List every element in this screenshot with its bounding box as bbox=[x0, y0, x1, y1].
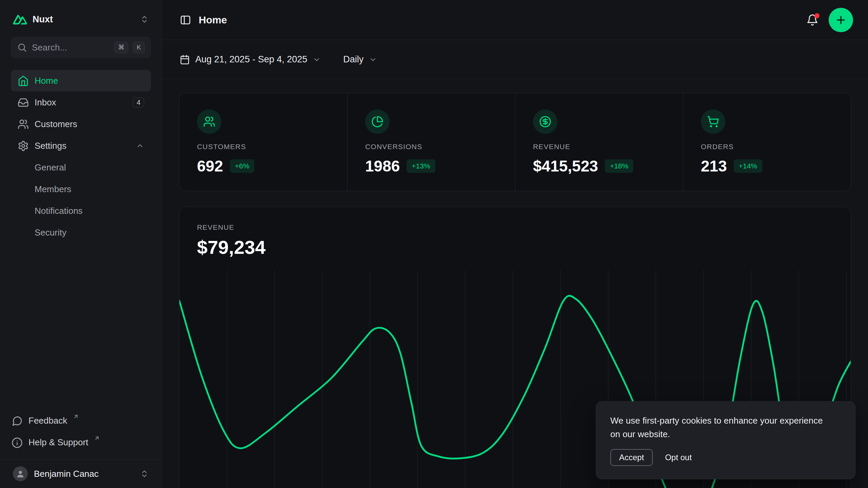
sidebar-item-label: General bbox=[35, 162, 66, 173]
sidebar-item-notifications[interactable]: Notifications bbox=[11, 200, 151, 222]
stat-delta-badge: +13% bbox=[407, 159, 435, 173]
external-link-icon bbox=[94, 435, 100, 441]
inbox-count-badge: 4 bbox=[133, 98, 144, 107]
user-menu[interactable]: Benjamin Canac bbox=[0, 459, 162, 488]
granularity-label: Daily bbox=[343, 54, 363, 65]
sidebar-item-members[interactable]: Members bbox=[11, 178, 151, 200]
sidebar-item-label: Settings bbox=[35, 141, 66, 151]
top-header: Home bbox=[162, 0, 868, 40]
workspace-switcher[interactable]: Nuxt bbox=[11, 9, 151, 29]
gear-icon bbox=[18, 140, 29, 151]
stat-orders: ORDERS 213 +14% bbox=[683, 93, 851, 191]
page-title: Home bbox=[199, 14, 227, 26]
workspace-name: Nuxt bbox=[33, 14, 53, 25]
sidebar-item-home[interactable]: Home bbox=[11, 70, 151, 92]
chevron-up-icon bbox=[136, 142, 144, 150]
plus-icon bbox=[835, 14, 847, 26]
revenue-value: $79,234 bbox=[197, 236, 833, 258]
notifications-button[interactable] bbox=[806, 14, 818, 26]
pie-chart-icon bbox=[365, 109, 390, 134]
stat-label: ORDERS bbox=[701, 143, 833, 151]
footer-link-label: Feedback bbox=[28, 415, 67, 426]
stat-label: REVENUE bbox=[533, 143, 665, 151]
stat-label: CONVERSIONS bbox=[365, 143, 497, 151]
granularity-select[interactable]: Daily bbox=[343, 54, 377, 65]
sidebar-nav: Home Inbox 4 Customers Settings bbox=[11, 70, 151, 410]
search-input[interactable] bbox=[32, 42, 110, 53]
date-range-picker[interactable]: Aug 21, 2025 - Sep 4, 2025 bbox=[180, 54, 321, 65]
feedback-link[interactable]: Feedback bbox=[11, 410, 151, 432]
sidebar-item-settings[interactable]: Settings bbox=[11, 135, 151, 157]
chevron-down-icon bbox=[313, 56, 321, 64]
panel-left-icon bbox=[180, 14, 191, 26]
user-name: Benjamin Canac bbox=[34, 469, 99, 479]
stat-delta-badge: +14% bbox=[734, 159, 762, 173]
sidebar-item-label: Customers bbox=[35, 119, 77, 129]
stat-conversions: CONVERSIONS 1986 +13% bbox=[347, 93, 515, 191]
sidebar-item-label: Notifications bbox=[35, 206, 83, 216]
message-bubble-icon bbox=[12, 415, 23, 427]
opt-out-button[interactable]: Opt out bbox=[657, 450, 699, 465]
kbd-cmd: ⌘ bbox=[114, 42, 128, 53]
calendar-icon bbox=[180, 55, 190, 65]
help-support-link[interactable]: Help & Support bbox=[11, 432, 151, 454]
search-bar[interactable]: ⌘ K bbox=[11, 37, 151, 58]
inbox-icon bbox=[18, 97, 29, 108]
users-icon bbox=[18, 119, 29, 130]
cookie-banner: We use first-party cookies to enhance yo… bbox=[596, 401, 855, 479]
cookie-message: We use first-party cookies to enhance yo… bbox=[610, 414, 834, 441]
stat-value: 692 bbox=[197, 157, 223, 175]
chevrons-up-down-icon bbox=[140, 469, 149, 478]
stat-label: CUSTOMERS bbox=[197, 143, 330, 151]
stat-value: $415,523 bbox=[533, 157, 598, 175]
revenue-label: REVENUE bbox=[197, 223, 833, 231]
sidebar-footer: Feedback Help & Support bbox=[11, 410, 151, 454]
stats-card: CUSTOMERS 692 +6% CONVERSIONS 1986 +13% bbox=[179, 93, 851, 191]
dollar-circle-icon bbox=[533, 109, 557, 134]
notification-dot bbox=[814, 13, 820, 18]
chevrons-up-down-icon bbox=[140, 15, 149, 24]
sidebar-item-security[interactable]: Security bbox=[11, 222, 151, 243]
stat-value: 213 bbox=[701, 157, 727, 175]
search-icon bbox=[17, 42, 27, 53]
kbd-k: K bbox=[133, 42, 145, 53]
sidebar-item-label: Inbox bbox=[35, 97, 56, 108]
stat-customers: CUSTOMERS 692 +6% bbox=[179, 93, 347, 191]
home-icon bbox=[18, 75, 29, 86]
sidebar-toggle-button[interactable] bbox=[180, 14, 191, 26]
date-range-label: Aug 21, 2025 - Sep 4, 2025 bbox=[195, 54, 307, 65]
sidebar: Nuxt ⌘ K Home Inbox 4 bbox=[0, 0, 162, 488]
settings-children: General Members Notifications Security bbox=[11, 157, 151, 243]
sidebar-item-general[interactable]: General bbox=[11, 157, 151, 178]
sidebar-item-customers[interactable]: Customers bbox=[11, 113, 151, 135]
stat-delta-badge: +6% bbox=[230, 159, 255, 173]
nuxt-logo-icon bbox=[13, 14, 27, 25]
info-circle-icon bbox=[12, 437, 23, 448]
sidebar-item-label: Security bbox=[35, 227, 66, 238]
accept-cookies-button[interactable]: Accept bbox=[610, 449, 653, 466]
footer-link-label: Help & Support bbox=[28, 437, 88, 448]
chevron-down-icon bbox=[369, 56, 377, 64]
external-link-icon bbox=[73, 413, 79, 420]
stat-value: 1986 bbox=[365, 157, 400, 175]
sidebar-item-inbox[interactable]: Inbox 4 bbox=[11, 92, 151, 113]
stat-delta-badge: +18% bbox=[605, 159, 633, 173]
sidebar-item-label: Members bbox=[35, 184, 71, 195]
add-button[interactable] bbox=[829, 8, 853, 32]
sidebar-item-label: Home bbox=[35, 76, 58, 86]
shopping-cart-icon bbox=[701, 109, 725, 134]
user-avatar bbox=[13, 466, 28, 481]
header-actions bbox=[806, 8, 853, 32]
stat-revenue: REVENUE $415,523 +18% bbox=[515, 93, 683, 191]
filter-toolbar: Aug 21, 2025 - Sep 4, 2025 Daily bbox=[162, 40, 868, 79]
users-circle-icon bbox=[197, 109, 221, 134]
